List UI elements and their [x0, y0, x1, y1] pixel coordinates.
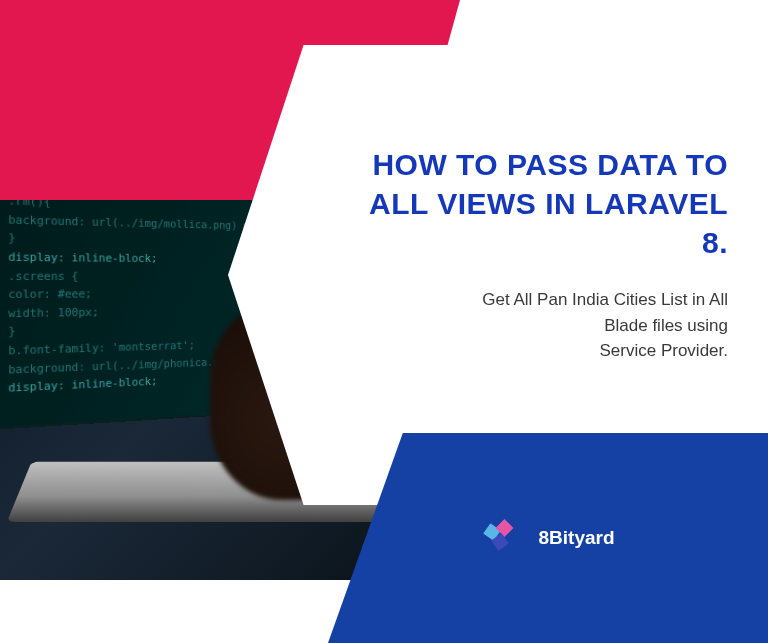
brand-name: 8Bityard — [538, 527, 614, 549]
logo-chevron-icon — [495, 519, 513, 537]
subtitle-line: Get All Pan India Cities List in All — [482, 290, 728, 309]
subtitle-line: Blade files using — [604, 316, 728, 335]
blue-footer-shape: 8Bityard — [328, 433, 768, 643]
brand-logo-icon — [481, 517, 523, 559]
graphic-banner: screen_size: inherit; display: inline-bl… — [0, 0, 768, 643]
subtitle-text: Get All Pan India Cities List in All Bla… — [338, 287, 728, 364]
subtitle-line: Service Provider. — [600, 341, 729, 360]
main-title: HOW TO PASS DATA TO ALL VIEWS IN LARAVEL… — [338, 145, 728, 262]
